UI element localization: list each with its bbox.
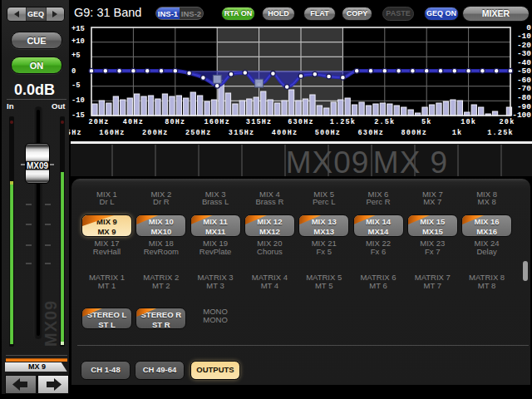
svg-text:-5: -5: [71, 81, 81, 90]
svg-text:20k: 20k: [500, 118, 515, 126]
svg-text:-10: -10: [71, 96, 85, 105]
svg-text:-15: -15: [71, 111, 85, 120]
svg-text:-40: -40: [517, 58, 531, 67]
svg-text:1.25k: 1.25k: [330, 118, 357, 126]
svg-text:160Hz: 160Hz: [99, 129, 126, 137]
svg-text:0: 0: [526, 23, 531, 32]
svg-text:315Hz: 315Hz: [229, 129, 255, 137]
svg-text:-60: -60: [517, 76, 531, 85]
svg-text:630Hz: 630Hz: [358, 129, 385, 137]
svg-text:20Hz: 20Hz: [88, 118, 109, 126]
svg-text:80Hz: 80Hz: [165, 118, 185, 126]
svg-text:400Hz: 400Hz: [272, 129, 298, 137]
svg-text:200Hz: 200Hz: [142, 129, 169, 137]
svg-text:-90: -90: [517, 102, 531, 111]
svg-text:5k: 5k: [421, 118, 432, 126]
svg-text:0: 0: [71, 67, 76, 76]
svg-text:630Hz: 630Hz: [288, 118, 314, 126]
svg-text:250Hz: 250Hz: [185, 129, 212, 137]
svg-text:1.25k: 1.25k: [487, 129, 514, 137]
svg-text:-20: -20: [517, 41, 531, 50]
svg-text:10k: 10k: [461, 118, 476, 126]
svg-text:-30: -30: [517, 49, 531, 58]
svg-text:-100: -100: [512, 111, 531, 120]
svg-text:-70: -70: [517, 84, 531, 93]
svg-text:+5: +5: [71, 52, 81, 60]
svg-text:+15: +15: [71, 25, 85, 33]
svg-text:160Hz: 160Hz: [204, 118, 230, 126]
svg-text:40Hz: 40Hz: [123, 118, 144, 126]
svg-text:-50: -50: [517, 66, 531, 76]
svg-text:1k: 1k: [452, 129, 463, 137]
svg-text:-10: -10: [517, 32, 531, 41]
svg-text:500Hz: 500Hz: [315, 129, 342, 137]
svg-text:-80: -80: [517, 93, 531, 102]
svg-text:+10: +10: [71, 37, 85, 46]
svg-text:800Hz: 800Hz: [401, 129, 427, 137]
svg-text:315Hz: 315Hz: [246, 118, 273, 126]
svg-text:2.5k: 2.5k: [374, 118, 395, 126]
